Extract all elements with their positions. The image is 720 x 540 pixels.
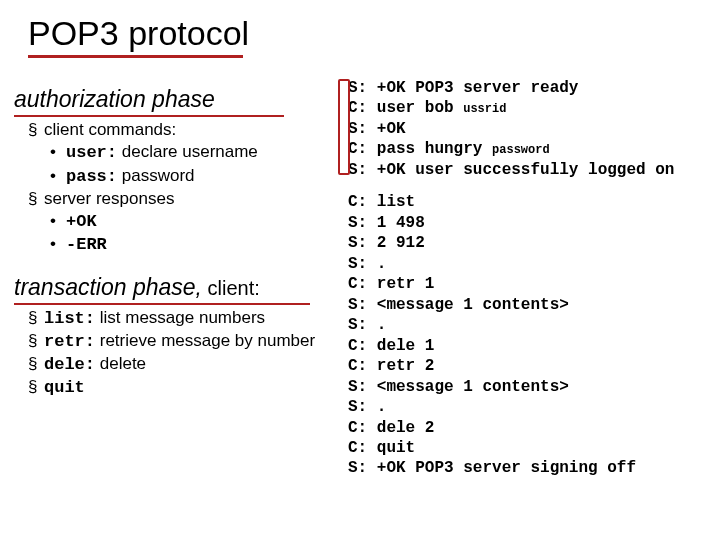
transcript-line: S: 1 498 bbox=[348, 214, 425, 232]
list-item: client commands: user: declare username … bbox=[28, 119, 348, 187]
list-item: +OK bbox=[50, 210, 348, 232]
trans-transcript: C: list S: 1 498 S: 2 912 S: . C: retr 1… bbox=[348, 192, 702, 479]
list-item: list: list message numbers bbox=[28, 307, 348, 329]
phase-trans-heading: transaction phase, client: bbox=[14, 274, 260, 301]
list-item: user: declare username bbox=[50, 141, 348, 163]
slide-title: POP3 protocol bbox=[28, 14, 702, 53]
list-item: -ERR bbox=[50, 233, 348, 255]
sub-list: +OK -ERR bbox=[50, 210, 348, 256]
phase-auth-heading: authorization phase bbox=[14, 86, 215, 113]
transcript-line: S: +OK POP3 server signing off bbox=[348, 459, 636, 477]
list-item: dele: delete bbox=[28, 353, 348, 375]
title-underline bbox=[28, 55, 243, 58]
transcript-line: S: +OK bbox=[348, 120, 406, 138]
bullet-text: client commands: bbox=[44, 120, 176, 139]
left-column: authorization phase client commands: use… bbox=[28, 76, 348, 407]
transcript-line: C: user bob bbox=[348, 99, 463, 117]
transcript-note: ussrid bbox=[463, 102, 506, 116]
cmd: user: bbox=[66, 143, 117, 162]
transcript-line: C: pass hungry bbox=[348, 140, 492, 158]
transcript-line: S: <message 1 contents> bbox=[348, 378, 569, 396]
cmd: dele: bbox=[44, 355, 95, 374]
transcript-line: C: quit bbox=[348, 439, 415, 457]
transcript-line: S: . bbox=[348, 255, 386, 273]
cmd-desc: list message numbers bbox=[95, 308, 265, 327]
phase-heading-italic: transaction phase, bbox=[14, 274, 202, 300]
cmd: quit bbox=[44, 378, 85, 397]
cmd-desc: declare username bbox=[117, 142, 258, 161]
cmd: retr: bbox=[44, 332, 95, 351]
transcript-line: S: +OK POP3 server ready bbox=[348, 79, 578, 97]
list-item: quit bbox=[28, 376, 348, 398]
phase-auth-underline bbox=[14, 115, 284, 117]
bullet-text: server responses bbox=[44, 189, 174, 208]
cmd-desc: password bbox=[117, 166, 194, 185]
auth-bullets: client commands: user: declare username … bbox=[28, 119, 348, 256]
cmd: list: bbox=[44, 309, 95, 328]
slide: POP3 protocol authorization phase client… bbox=[0, 0, 720, 540]
list-item: server responses +OK -ERR bbox=[28, 188, 348, 256]
transcript-line: C: list bbox=[348, 193, 415, 211]
phase-trans-underline bbox=[14, 303, 310, 305]
content-columns: authorization phase client commands: use… bbox=[28, 76, 702, 491]
transcript-line: C: retr 2 bbox=[348, 357, 434, 375]
transcript-line: S: +OK user successfully logged on bbox=[348, 161, 674, 179]
transcript-line: C: dele 2 bbox=[348, 419, 434, 437]
transcript-line: C: retr 1 bbox=[348, 275, 434, 293]
transcript-line: C: dele 1 bbox=[348, 337, 434, 355]
cmd-desc: delete bbox=[95, 354, 146, 373]
transcript-line: S: . bbox=[348, 316, 386, 334]
cmd: +OK bbox=[66, 212, 97, 231]
trans-bullets: list: list message numbers retr: retriev… bbox=[28, 307, 348, 399]
transcript-line: S: 2 912 bbox=[348, 234, 425, 252]
transcript-line: S: <message 1 contents> bbox=[348, 296, 569, 314]
phase-heading-tail: client: bbox=[202, 277, 260, 299]
list-item: retr: retrieve message by number bbox=[28, 330, 348, 352]
sub-list: user: declare username pass: password bbox=[50, 141, 348, 187]
transcript-line: S: . bbox=[348, 398, 386, 416]
right-column: S: +OK POP3 server ready C: user bob uss… bbox=[348, 76, 702, 491]
list-item: pass: password bbox=[50, 165, 348, 187]
cmd: pass: bbox=[66, 167, 117, 186]
cmd: -ERR bbox=[66, 235, 107, 254]
transcript-note: password bbox=[492, 143, 550, 157]
auth-transcript: S: +OK POP3 server ready C: user bob uss… bbox=[348, 78, 702, 180]
cmd-desc: retrieve message by number bbox=[95, 331, 315, 350]
highlight-box bbox=[338, 79, 350, 175]
